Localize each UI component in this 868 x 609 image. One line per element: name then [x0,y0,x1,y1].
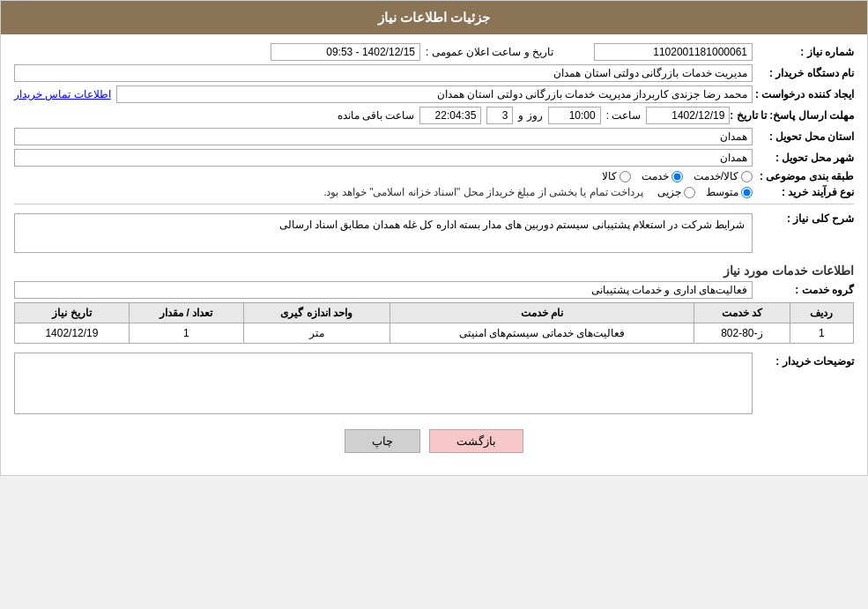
page-title: جزئیات اطلاعات نیاز [378,10,490,25]
row-ijadkonande: ایجاد کننده درخواست : محمد رضا جزندی کار… [14,85,854,103]
label-kala: کالا [602,170,617,182]
th-tedad: تعداد / مقدار [129,303,243,323]
table-header-row: ردیف کد خدمت نام خدمت واحد اندازه گیری ت… [15,303,854,323]
label-mohlat: مهلت ارسال پاسخ: تا تاریخ : [730,109,854,122]
saaat-value: 10:00 [548,107,601,124]
content-shahr: همدان [14,149,753,167]
khadamat-title: اطلاعات خدمات مورد نیاز [14,264,854,278]
row-sharh: شرح کلی نیاز : شرایط شرکت در استعلام پشت… [14,210,854,256]
shomare-niaz-value: 1102001181000061 [594,43,753,61]
radio-kala-khadamat[interactable] [741,171,753,182]
row-tosif: توضیحات خریدار : [14,353,854,417]
content-tosif [14,353,753,417]
row-tabaqe: طبقه بندی موضوعی : کالا خدمت کالا/خدمت [14,170,854,182]
content-noefar: جزیی متوسط پرداخت تمام یا بخشی از مبلغ خ… [14,186,753,198]
mandeh-value: 22:04:35 [419,107,481,124]
tarikh-aelan-value: 1402/12/15 - 09:53 [271,43,420,61]
td-name: فعالیت‌های خدماتی سیستم‌های امنیتی [389,323,694,344]
radio-motavaset[interactable] [741,187,753,198]
radio-jozii[interactable] [684,187,695,198]
tamas-khardar-link[interactable]: اطلاعات تماس خریدار [14,88,111,100]
label-tosif: توضیحات خریدار : [753,353,854,368]
td-tedad: 1 [129,323,243,344]
content-mohlat: 1402/12/19 ساعت : 10:00 روز و 3 22:04:35… [14,107,730,124]
th-name: نام خدمت [389,303,694,323]
row-mohlat: مهلت ارسال پاسخ: تا تاریخ : 1402/12/19 س… [14,107,854,124]
th-radif: ردیف [790,303,853,323]
radio-motavaset-item: متوسط [706,186,753,198]
label-motavaset: متوسط [706,186,738,198]
sharh-value: شرایط شرکت در استعلام پشتیبانی سیستم دور… [14,213,753,253]
content-tabaqe: کالا خدمت کالا/خدمت [14,170,753,182]
radio-kala[interactable] [619,171,631,182]
label-noefar: نوع فرآیند خرید : [753,186,854,198]
label-namdastgah: نام دستگاه خریدار : [753,67,854,79]
label-shomare: شماره نیاز : [753,46,854,58]
shahr-value: همدان [14,149,753,167]
row-namdastgah: نام دستگاه خریدار : مدیریت خدمات بازرگان… [14,64,854,82]
row-shomare-tarikh: شماره نیاز : 1102001181000061 تاریخ و سا… [14,43,854,61]
label-kala-khadamat: کالا/خدمت [694,170,738,182]
separator-1 [14,204,854,204]
label-jozii: جزیی [657,186,681,198]
saaat-label: ساعت : [606,109,642,122]
td-tarikh: 1402/12/19 [15,323,130,344]
label-tabaqe: طبقه بندی موضوعی : [753,170,854,182]
content-ijadkonande: محمد رضا جزندی کاربرداز مدیریت خدمات باز… [14,85,753,103]
services-table: ردیف کد خدمت نام خدمت واحد اندازه گیری ت… [14,302,854,344]
row-noefar: نوع فرآیند خرید : جزیی متوسط پرداخت تمام… [14,186,854,198]
radio-jozii-item: جزیی [657,186,695,198]
label-shahr: شهر محل تحویل : [753,152,854,164]
rooz-value: 3 [486,107,513,124]
radio-khadamat-item: خدمت [642,170,683,182]
label-ijadkonande: ایجاد کننده درخواست : [753,88,854,100]
label-groh: گروه خدمت : [753,284,854,296]
tosif-textarea[interactable] [14,353,753,414]
th-tarikh: تاریخ نیاز [15,303,130,323]
tarikh-aelan-label: تاریخ و ساعت اعلان عمومی : [426,46,553,58]
row-ostan: استان محل تحویل : همدان [14,128,854,145]
radio-kala-khadamat-item: کالا/خدمت [694,170,753,182]
ostan-value: همدان [14,128,753,145]
row-shahr: شهر محل تحویل : همدان [14,149,854,167]
mohlat-date: 1402/12/19 [646,107,730,124]
noefar-note: پرداخت تمام یا بخشی از مبلغ خریداز محل "… [323,186,643,198]
label-ostan: استان محل تحویل : [753,130,854,143]
namdastgah-value: مدیریت خدمات بازرگانی دولتی استان همدان [14,64,753,82]
content-groh: فعالیت‌های اداری و خدمات پشتیبانی [14,281,753,299]
td-radif: 1 [790,323,853,344]
table-row: 1ز-80-802فعالیت‌های خدماتی سیستم‌های امن… [15,323,854,344]
mandeh-label: ساعت باقی مانده [338,109,415,122]
th-vahed: واحد اندازه گیری [243,303,389,323]
button-row: بازگشت چاپ [14,420,854,466]
rooz-label: روز و [518,109,542,122]
back-button[interactable]: بازگشت [429,429,523,453]
radio-kala-item: کالا [602,170,631,182]
label-sharh: شرح کلی نیاز : [753,210,854,225]
radio-khadamat[interactable] [671,171,683,182]
row-groh: گروه خدمت : فعالیت‌های اداری و خدمات پشت… [14,281,854,299]
th-code: کد خدمت [694,303,790,323]
content-ostan: همدان [14,128,753,145]
groh-value: فعالیت‌های اداری و خدمات پشتیبانی [14,281,753,299]
print-button[interactable]: چاپ [345,429,420,453]
content-sharh: شرایط شرکت در استعلام پشتیبانی سیستم دور… [14,210,753,256]
content-shomare: 1102001181000061 تاریخ و ساعت اعلان عموم… [14,43,753,61]
content-area: شماره نیاز : 1102001181000061 تاریخ و سا… [1,34,867,475]
page-wrapper: جزئیات اطلاعات نیاز شماره نیاز : 1102001… [0,0,868,476]
td-vahed: متر [243,323,389,344]
ijadkonande-value: محمد رضا جزندی کاربرداز مدیریت خدمات باز… [116,85,753,103]
td-code: ز-80-802 [694,323,790,344]
content-namdastgah: مدیریت خدمات بازرگانی دولتی استان همدان [14,64,753,82]
label-khadamat: خدمت [642,170,669,182]
page-header: جزئیات اطلاعات نیاز [1,1,867,34]
